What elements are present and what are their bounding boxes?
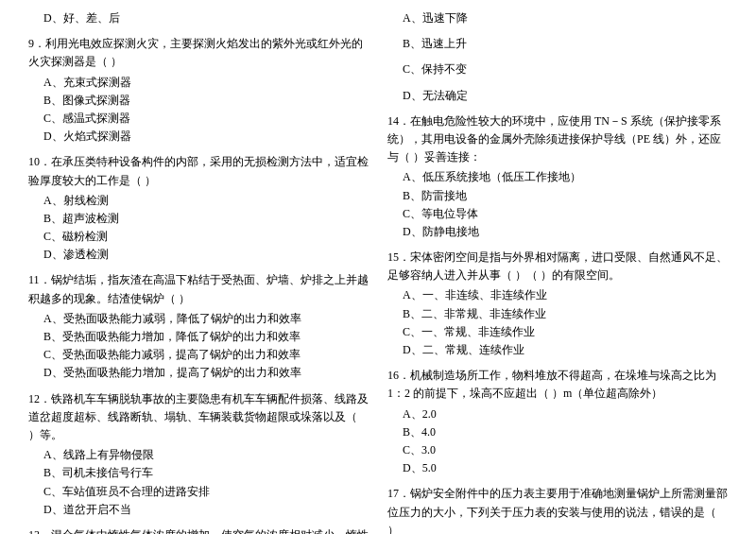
q10-option-c: C、磁粉检测 <box>28 228 369 246</box>
question-d: D、好、差、后 <box>28 9 369 27</box>
q12-option-b: B、司机未接信号行车 <box>28 464 369 482</box>
question-10: 10．在承压类特种设备构件的内部，采用的无损检测方法中，适宜检验厚度较大的工作是… <box>28 153 369 264</box>
two-column-layout: D、好、差、后 9．利用光电效应探测火灾，主要探测火焰发出的紫外光或红外光的火灾… <box>28 9 728 534</box>
q13-option-b: B、迅速上升 <box>387 35 728 53</box>
q12-text: 12．铁路机车车辆脱轨事故的主要隐患有机车车辆配件损落、线路及道岔超度超标、线路… <box>28 390 369 445</box>
question-12: 12．铁路机车车辆脱轨事故的主要隐患有机车车辆配件损落、线路及道岔超度超标、线路… <box>28 390 369 519</box>
q9-option-a: A、充束式探测器 <box>28 74 369 92</box>
q13-text: 13．混合气体中惰性气体浓度的增加，使空气的浓度相对减少，惰性气体更容易把氧分子… <box>28 526 369 534</box>
q13-c-text: C、保持不变 <box>387 60 728 78</box>
q13-b-text: B、迅速上升 <box>387 35 728 53</box>
q10-text: 10．在承压类特种设备构件的内部，采用的无损检测方法中，适宜检验厚度较大的工作是… <box>28 153 369 189</box>
q15-text: 15．宋体密闭空间是指与外界相对隔离，进口受限、自然通风不足、足够容纳人进入并从… <box>387 249 728 284</box>
q10-option-d: D、渗透检测 <box>28 246 369 264</box>
q15-option-a: A、一、非连续、非连续作业 <box>387 286 728 304</box>
q16-option-c: C、3.0 <box>387 441 728 459</box>
q9-option-d: D、火焰式探测器 <box>28 128 369 146</box>
q11-option-a: A、受热面吸热能力减弱，降低了锅炉的出力和效率 <box>28 310 369 328</box>
q15-option-c: C、一、常规、非连续作业 <box>387 323 728 341</box>
q9-option-b: B、图像式探测器 <box>28 92 369 110</box>
q16-option-a: A、2.0 <box>387 405 728 423</box>
q11-option-c: C、受热面吸热能力减弱，提高了锅炉的出力和效率 <box>28 346 369 364</box>
question-16: 16．机械制造场所工作，物料堆放不得超高，在垛堆与垛高之比为 1：2 的前提下，… <box>387 367 728 477</box>
question-9: 9．利用光电效应探测火灾，主要探测火焰发出的紫外光或红外光的火灾探测器是（ ） … <box>28 35 369 146</box>
q13-a-text: A、迅速下降 <box>387 9 728 27</box>
question-15: 15．宋体密闭空间是指与外界相对隔离，进口受限、自然通风不足、足够容纳人进入并从… <box>387 249 728 359</box>
q15-option-b: B、二、非常规、非连续作业 <box>387 305 728 323</box>
question-13: 13．混合气体中惰性气体浓度的增加，使空气的浓度相对减少，惰性气体更容易把氧分子… <box>28 526 369 534</box>
q14-option-a: A、低压系统接地（低压工作接地） <box>387 168 728 186</box>
q14-option-b: B、防雷接地 <box>387 187 728 205</box>
q11-text: 11．锅炉结垢，指灰渣在高温下粘结于受热面、炉墙、炉排之上并越积越多的现象。结渣… <box>28 271 369 307</box>
page: D、好、差、后 9．利用光电效应探测火灾，主要探测火焰发出的紫外光或红外光的火灾… <box>28 9 728 534</box>
q14-option-c: C、等电位导体 <box>387 205 728 223</box>
left-column: D、好、差、后 9．利用光电效应探测火灾，主要探测火焰发出的紫外光或红外光的火灾… <box>28 9 369 534</box>
q12-option-d: D、道岔开启不当 <box>28 501 369 519</box>
right-column: A、迅速下降 B、迅速上升 C、保持不变 D、无法确定 14．在触电危险性较大的… <box>387 9 728 534</box>
q13-option-d: D、无法确定 <box>387 87 728 105</box>
q-d-text: D、好、差、后 <box>28 9 369 27</box>
q12-option-c: C、车站值班员不合理的进路安排 <box>28 483 369 501</box>
question-17: 17．锅炉安全附件中的压力表主要用于准确地测量锅炉上所需测量部位压力的大小，下列… <box>387 485 728 534</box>
q16-text: 16．机械制造场所工作，物料堆放不得超高，在垛堆与垛高之比为 1：2 的前提下，… <box>387 367 728 403</box>
question-11: 11．锅炉结垢，指灰渣在高温下粘结于受热面、炉墙、炉排之上并越积越多的现象。结渣… <box>28 271 369 382</box>
q9-text: 9．利用光电效应探测火灾，主要探测火焰发出的紫外光或红外光的火灾探测器是（ ） <box>28 35 369 71</box>
q14-option-d: D、防静电接地 <box>387 223 728 241</box>
q17-text: 17．锅炉安全附件中的压力表主要用于准确地测量锅炉上所需测量部位压力的大小，下列… <box>387 485 728 534</box>
q13-d-text: D、无法确定 <box>387 87 728 105</box>
q10-option-b: B、超声波检测 <box>28 210 369 228</box>
q9-option-c: C、感温式探测器 <box>28 110 369 128</box>
q16-option-d: D、5.0 <box>387 459 728 477</box>
q12-option-a: A、线路上有异物侵限 <box>28 446 369 464</box>
q13-option-a: A、迅速下降 <box>387 9 728 27</box>
q14-text: 14．在触电危险性较大的环境中，应使用 TN－S 系统（保护接零系统），其用电设… <box>387 112 728 167</box>
question-14: 14．在触电危险性较大的环境中，应使用 TN－S 系统（保护接零系统），其用电设… <box>387 112 728 241</box>
q10-option-a: A、射线检测 <box>28 192 369 210</box>
q13-option-c: C、保持不变 <box>387 60 728 78</box>
q11-option-b: B、受热面吸热能力增加，降低了锅炉的出力和效率 <box>28 328 369 346</box>
q16-option-b: B、4.0 <box>387 423 728 441</box>
q11-option-d: D、受热面吸热能力增加，提高了锅炉的出力和效率 <box>28 364 369 382</box>
q15-option-d: D、二、常规、连续作业 <box>387 341 728 359</box>
